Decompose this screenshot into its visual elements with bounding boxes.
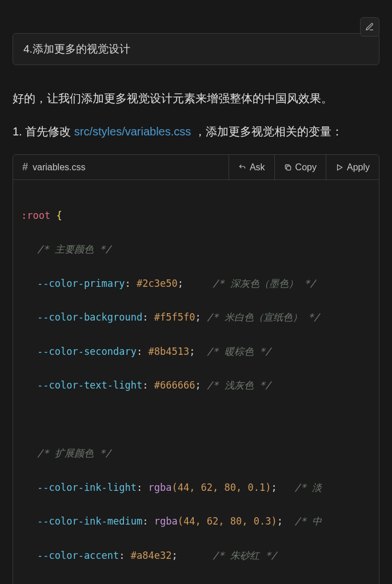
svg-marker-2 [337, 165, 342, 170]
apply-button[interactable]: Apply [326, 155, 379, 179]
response-intro: 好的，让我们添加更多视觉设计元素来增强整体的中国风效果。 [13, 88, 379, 109]
code-block-header: # variables.css Ask Copy Apply [13, 155, 379, 180]
code-block-filename: # variables.css [13, 155, 229, 179]
copy-button[interactable]: Copy [274, 155, 326, 179]
edit-prompt-button[interactable] [360, 17, 379, 37]
svg-rect-1 [286, 166, 290, 170]
response-step-1: 1. 首先修改 src/styles/variables.css ，添加更多视觉… [13, 121, 379, 142]
hash-icon: # [22, 161, 28, 173]
user-prompt[interactable]: 4.添加更多的视觉设计 [13, 33, 379, 65]
ask-button[interactable]: Ask [229, 155, 274, 179]
file-path-link[interactable]: src/styles/variables.css [74, 125, 191, 138]
assistant-response: 好的，让我们添加更多视觉设计元素来增强整体的中国风效果。 1. 首先修改 src… [13, 88, 379, 142]
code-block: # variables.css Ask Copy Apply :root { /… [13, 154, 379, 584]
code-content[interactable]: :root { /* 主要颜色 */ --color-primary: #2c3… [13, 180, 379, 584]
